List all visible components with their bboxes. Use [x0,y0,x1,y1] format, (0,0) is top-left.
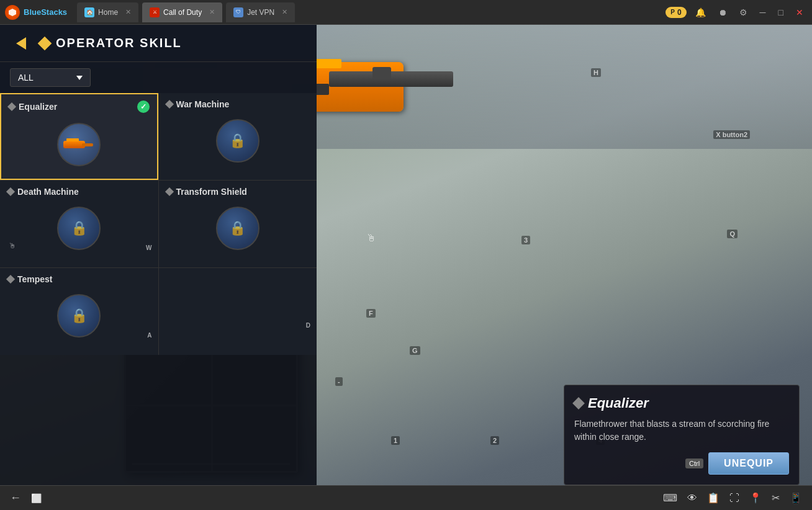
scissors-icon[interactable]: ✂ [769,490,782,506]
notification-btn[interactable]: 🔔 [692,6,710,19]
tab-cod-label: Call of Duty [163,8,202,17]
mouse-icon: 🖱 [366,233,376,244]
eye-icon[interactable]: 👁 [685,490,700,506]
title-container: OPERATOR SKILL [40,36,182,50]
lock-icon: 🔒 [229,133,246,149]
skill-transform-shield[interactable]: Transform Shield 🔒 [159,181,317,267]
skill-equalizer-check: ✓ [137,101,150,113]
back-arrow-icon [16,37,26,50]
skill-t-diamond-icon [6,275,15,284]
skill-equalizer-header: Equalizer ✓ [1,94,157,117]
tab-cod-close[interactable]: ✕ [209,8,215,16]
skill-equalizer-icon [57,123,101,166]
skill-equalizer-name: Equalizer [19,102,57,112]
minimize-btn[interactable]: ─ [756,6,770,19]
operator-skill-header: OPERATOR SKILL [0,25,317,62]
keyboard-icon[interactable]: ⌨ [661,490,680,506]
skills-grid: Equalizer ✓ [0,93,317,355]
info-description: Flamethrower that blasts a stream of sco… [574,418,789,444]
skill-war-machine-icon: 🔒 [216,119,259,163]
settings-btn[interactable]: ⚙ [736,6,751,19]
skill-tempest-icon: 🔒 [57,294,101,338]
info-diamond-icon [572,397,585,409]
tab-vpn-close[interactable]: ✕ [282,8,287,16]
hud-2-key: 2 [490,436,499,445]
taskbar-back[interactable]: ← [7,489,24,507]
close-btn[interactable]: ✕ [792,6,807,19]
title-bar: BlueStacks 🏠 Home ✕ ⚔ Call of Duty ✕ 🛡 J… [0,0,812,25]
skill-death-machine[interactable]: Death Machine 🔒 🖱 W [0,181,158,267]
fullscreen-icon[interactable]: ⛶ [727,490,742,506]
skill-transform-shield-icon-area: 🔒 [159,200,317,256]
window-controls: P 0 🔔 ⏺ ⚙ ─ □ ✕ [665,6,807,19]
skill-death-machine-icon: 🔒 [57,207,101,250]
unequip-button[interactable]: UNEQUIP [708,452,789,475]
record-btn[interactable]: ⏺ [715,6,731,19]
taskbar-home[interactable]: ⬜ [29,491,44,506]
filter-dropdown[interactable]: ALL [10,68,91,87]
skill-war-machine-icon-area: 🔒 [159,113,317,169]
skill-death-machine-icon-area: 🔒 🖱 W [0,200,158,256]
tab-vpn[interactable]: 🛡 Jet VPN ✕ [226,2,295,22]
skill-equalizer-icon-area [1,117,157,172]
maximize-btn[interactable]: □ [775,6,787,19]
dropdown-arrow-icon [76,76,83,80]
skill-empty-header [159,268,317,278]
hud-g-key: G [410,346,420,355]
tab-home[interactable]: 🏠 Home ✕ [77,2,138,22]
main-area: H X button2 Q 3 F - G 1 2 4 🖱 Equalizer … [0,25,812,510]
unequip-row: Ctrl UNEQUIP [574,452,789,475]
mouse-indicator-dm: 🖱 [9,241,16,250]
hud-3-key: 3 [521,236,530,244]
tab-vpn-label: Jet VPN [247,8,274,17]
lock-icon-t: 🔒 [71,308,88,324]
brand-name: BlueStacks [24,7,67,17]
points-value: 0 [677,8,682,17]
info-panel: Equalizer Flamethrower that blasts a str… [564,385,800,485]
skill-tempest-header: Tempest [0,268,158,288]
lock-icon-ts: 🔒 [229,220,246,236]
w-key-label: W [146,244,151,251]
skill-transform-shield-icon: 🔒 [216,207,259,250]
hud-x-key: X button2 [713,130,750,139]
skill-tempest-name: Tempest [17,274,53,284]
skill-war-machine[interactable]: War Machine 🔒 [159,93,317,180]
skill-empty-icon-area: D [159,278,317,334]
skill-wm-diamond-icon [165,100,173,109]
taskbar: ← ⬜ ⌨ 👁 📋 ⛶ 📍 ✂ 📱 [0,485,812,510]
location-icon[interactable]: 📍 [747,490,764,506]
svg-marker-0 [9,9,16,16]
filter-label: ALL [18,73,71,83]
phone-icon[interactable]: 📱 [787,490,805,506]
skill-death-machine-header: Death Machine [0,181,158,200]
hud-q-key: Q [727,230,738,238]
skill-death-machine-name: Death Machine [17,187,79,197]
hud-f-key: F [366,309,376,318]
ctrl-badge: Ctrl [685,459,703,468]
tab-cod[interactable]: ⚔ Call of Duty ✕ [142,2,222,22]
lock-icon-dm: 🔒 [71,220,88,236]
skill-tempest[interactable]: Tempest 🔒 A [0,268,158,355]
taskbar-right: ⌨ 👁 📋 ⛶ 📍 ✂ 📱 [661,490,805,506]
bluestacks-logo [5,5,20,20]
skill-transform-shield-header: Transform Shield [159,181,317,200]
skill-dm-diamond-icon [6,187,15,196]
skill-diamond-icon [7,102,16,111]
hud-1-key: 1 [391,436,400,445]
back-button[interactable] [10,32,32,55]
info-skill-name: Equalizer [588,395,649,411]
hud-minus-key: - [335,377,343,386]
skill-tempest-icon-area: 🔒 A [0,288,158,344]
hud-h-key: H [591,68,601,77]
skill-equalizer[interactable]: Equalizer ✓ [0,93,158,180]
a-key-label: A [147,332,151,339]
skill-transform-shield-name: Transform Shield [176,187,247,197]
filter-row: ALL [0,62,317,93]
skill-empty[interactable]: D [159,268,317,355]
clipboard-icon[interactable]: 📋 [705,490,722,506]
operator-diamond-icon [38,36,52,50]
tab-home-close[interactable]: ✕ [125,8,131,16]
tab-home-label: Home [98,8,118,17]
page-title: OPERATOR SKILL [56,36,182,50]
d-key-label: D [306,322,310,329]
